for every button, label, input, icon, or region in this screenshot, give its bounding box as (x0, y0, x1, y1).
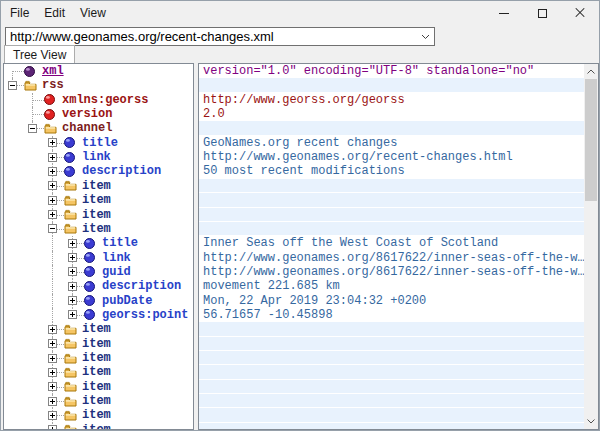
tree-node-title[interactable]: title (4, 236, 193, 250)
expand-icon[interactable] (48, 167, 57, 176)
tree-node-item[interactable]: item (4, 423, 193, 430)
folder-icon (64, 410, 77, 421)
expand-icon[interactable] (48, 138, 57, 147)
tree-node-label: item (82, 222, 111, 236)
tree-node-description[interactable]: description (4, 164, 193, 178)
value-row (199, 222, 584, 235)
window-controls (485, 1, 599, 25)
tree-node-label: description (102, 279, 181, 293)
folder-icon (64, 195, 77, 206)
value-row (199, 408, 584, 421)
tree-node-label: title (102, 236, 138, 250)
expand-icon[interactable] (48, 325, 57, 334)
menu-bar: File Edit View (1, 1, 599, 25)
expand-icon[interactable] (48, 411, 57, 420)
value-text: 50 most recent modifications (199, 164, 584, 178)
tree-node-label: item (82, 193, 111, 207)
scrollbar-thumb[interactable] (585, 79, 597, 201)
tree-node-pubDate[interactable]: pubDate (4, 294, 193, 308)
value-row (199, 337, 584, 350)
tree-node-label: georss:point (102, 308, 188, 322)
folder-icon (44, 123, 57, 134)
menu-file[interactable]: File (3, 3, 36, 23)
expand-icon[interactable] (48, 153, 57, 162)
value-row (199, 121, 584, 134)
expand-icon[interactable] (68, 267, 77, 276)
tree-node-guid[interactable]: guid (4, 265, 193, 279)
tree-node-link[interactable]: link (4, 150, 193, 164)
tree-node-item[interactable]: item (4, 337, 193, 351)
value-row: http://www.geonames.org/recent-changes.h… (199, 150, 584, 164)
tree-node-xml[interactable]: xml (4, 64, 193, 78)
collapse-icon[interactable] (8, 81, 17, 90)
tab-tree-view[interactable]: Tree View (4, 45, 75, 63)
expand-icon[interactable] (48, 339, 57, 348)
tree-node-label: title (82, 136, 118, 150)
expand-icon[interactable] (68, 310, 77, 319)
menu-edit[interactable]: Edit (37, 3, 72, 23)
expand-icon[interactable] (68, 253, 77, 262)
value-text: http://www.georss.org/georss (199, 93, 584, 107)
expand-icon[interactable] (48, 425, 57, 430)
close-button[interactable] (561, 1, 599, 25)
tree-node-item[interactable]: item (4, 394, 193, 408)
value-row: 50 most recent modifications (199, 164, 584, 178)
value-text: 56.71657 -10.45898 (199, 308, 584, 322)
expand-icon[interactable] (48, 196, 57, 205)
value-row: GeoNames.org recent changes (199, 136, 584, 150)
value-row: http://www.georss.org/georss (199, 93, 584, 107)
value-panel: version="1.0" encoding="UTF-8" standalon… (198, 63, 599, 430)
tree-node-version[interactable]: version (4, 107, 193, 121)
collapse-icon[interactable] (28, 124, 37, 133)
expand-icon[interactable] (48, 181, 57, 190)
declaration-icon (24, 66, 37, 77)
tree-node-label: link (102, 251, 131, 265)
expand-icon[interactable] (68, 296, 77, 305)
maximize-button[interactable] (523, 1, 561, 25)
tree-node-xmlns:georss[interactable]: xmlns:georss (4, 93, 193, 107)
tree-node-item[interactable]: item (4, 365, 193, 379)
expand-icon[interactable] (48, 368, 57, 377)
expand-icon[interactable] (48, 382, 57, 391)
tree-node-description[interactable]: description (4, 279, 193, 293)
tree-node-item[interactable]: item (4, 380, 193, 394)
tree-node-item[interactable]: item (4, 208, 193, 222)
expand-icon[interactable] (68, 239, 77, 248)
value-row: 2.0 (199, 107, 584, 121)
tree-node-label: channel (62, 121, 112, 135)
element-icon (84, 281, 97, 292)
tree-node-channel[interactable]: channel (4, 121, 193, 135)
expand-icon[interactable] (48, 210, 57, 219)
expand-icon[interactable] (48, 354, 57, 363)
tree-node-title[interactable]: title (4, 136, 193, 150)
expand-icon[interactable] (68, 282, 77, 291)
tree-node-rss[interactable]: rss (4, 78, 193, 92)
tree-node-item[interactable]: item (4, 193, 193, 207)
folder-icon (64, 396, 77, 407)
value-row: version="1.0" encoding="UTF-8" standalon… (199, 64, 584, 78)
tree-node-label: description (82, 164, 161, 178)
tree-node-item[interactable]: item (4, 408, 193, 422)
element-icon (84, 252, 97, 263)
close-icon (575, 8, 585, 18)
chevron-down-icon[interactable] (417, 28, 434, 45)
value-row (199, 179, 584, 192)
xml-tree-panel[interactable]: xmlrssxmlns:georssversionchanneltitlelin… (3, 63, 194, 430)
value-row (199, 193, 584, 206)
value-row: Inner Seas off the West Coast of Scotlan… (199, 236, 584, 250)
tree-node-item[interactable]: item (4, 222, 193, 236)
collapse-icon[interactable] (48, 224, 57, 233)
tree-node-georss:point[interactable]: georss:point (4, 308, 193, 322)
url-input[interactable] (6, 29, 417, 44)
tree-node-label: item (82, 365, 111, 379)
tree-node-link[interactable]: link (4, 251, 193, 265)
menu-view[interactable]: View (73, 3, 113, 23)
scroll-down-icon[interactable] (584, 414, 598, 429)
vertical-scrollbar[interactable] (584, 64, 598, 429)
scroll-up-icon[interactable] (584, 64, 598, 79)
tree-node-item[interactable]: item (4, 322, 193, 336)
tree-node-item[interactable]: item (4, 179, 193, 193)
expand-icon[interactable] (48, 397, 57, 406)
minimize-button[interactable] (485, 1, 523, 25)
tree-node-item[interactable]: item (4, 351, 193, 365)
